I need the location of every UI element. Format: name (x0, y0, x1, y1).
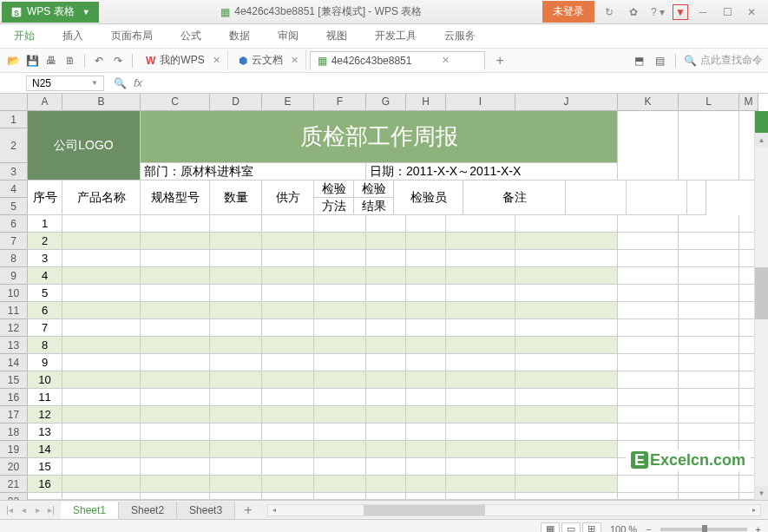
scroll-down-icon[interactable]: ▼ (755, 486, 768, 500)
cell[interactable] (210, 250, 262, 267)
cell[interactable]: 数量 (210, 181, 262, 215)
normal-view-icon[interactable]: ▦ (541, 522, 560, 533)
cell[interactable] (618, 319, 679, 337)
cell[interactable] (406, 406, 446, 424)
row-header[interactable]: 19 (0, 441, 28, 458)
cell[interactable] (62, 337, 141, 354)
cell[interactable]: 方法 (314, 198, 354, 215)
cell[interactable] (515, 493, 618, 500)
column-header[interactable]: E (262, 94, 314, 111)
cell[interactable]: 6 (28, 302, 62, 319)
column-header[interactable]: J (515, 94, 618, 111)
stack-icon[interactable]: ▤ (652, 53, 667, 69)
cell[interactable] (262, 319, 314, 337)
cell[interactable] (262, 285, 314, 302)
skin-icon[interactable]: ▼ (673, 4, 688, 20)
horizontal-scrollbar[interactable]: ◂ ▸ (267, 504, 761, 516)
cell[interactable] (515, 476, 618, 493)
row-header[interactable]: 11 (0, 302, 28, 319)
cell[interactable] (262, 424, 314, 441)
row-header[interactable]: 14 (0, 354, 28, 371)
cell[interactable] (62, 389, 141, 406)
cell[interactable] (210, 476, 262, 493)
cell[interactable] (141, 354, 210, 371)
cell[interactable] (366, 285, 406, 302)
column-header[interactable]: F (314, 94, 366, 111)
cell[interactable] (618, 285, 679, 302)
menu-view[interactable]: 视图 (321, 25, 352, 47)
row-header[interactable]: 4 (0, 181, 28, 198)
cell[interactable]: 3 (28, 250, 62, 267)
cell[interactable] (515, 233, 618, 250)
cell[interactable] (679, 215, 739, 233)
cell[interactable] (679, 233, 739, 250)
cell[interactable] (515, 285, 618, 302)
cell[interactable] (515, 302, 618, 319)
cell[interactable] (262, 493, 314, 500)
cell[interactable] (406, 389, 446, 406)
menu-formula[interactable]: 公式 (175, 25, 207, 47)
row-header[interactable]: 10 (0, 285, 28, 302)
cell[interactable]: 10 (28, 371, 62, 389)
cell[interactable] (366, 354, 406, 371)
zoom-thumb[interactable] (702, 525, 707, 533)
cell[interactable]: 2 (28, 233, 62, 250)
cell[interactable] (515, 319, 618, 337)
cell[interactable] (262, 441, 314, 458)
cell[interactable] (406, 354, 446, 371)
cell[interactable]: 16 (28, 476, 62, 493)
row-header[interactable]: 12 (0, 319, 28, 337)
cell[interactable] (62, 319, 141, 337)
cell[interactable] (141, 302, 210, 319)
cell[interactable] (446, 389, 515, 406)
cell[interactable] (618, 233, 679, 250)
column-header[interactable]: G (366, 94, 406, 111)
zoom-in-button[interactable]: + (756, 524, 761, 533)
cell[interactable] (406, 476, 446, 493)
menu-dev[interactable]: 开发工具 (370, 25, 422, 47)
cell[interactable] (262, 371, 314, 389)
cell[interactable] (210, 215, 262, 233)
cell[interactable] (141, 493, 210, 500)
cell[interactable] (618, 424, 679, 441)
cell[interactable] (366, 441, 406, 458)
row-header[interactable]: 9 (0, 267, 28, 285)
undo-icon[interactable]: ↶ (91, 53, 107, 69)
cell[interactable] (515, 354, 618, 371)
cell[interactable] (366, 233, 406, 250)
sync-icon[interactable]: ↻ (600, 3, 619, 22)
row-header[interactable]: 20 (0, 458, 28, 476)
cell[interactable] (679, 337, 739, 354)
cell[interactable] (627, 181, 687, 215)
cell[interactable] (366, 406, 406, 424)
cell[interactable] (210, 319, 262, 337)
app-badge[interactable]: S WPS 表格 ▼ (2, 2, 99, 23)
cell[interactable] (62, 302, 141, 319)
cell[interactable] (62, 285, 141, 302)
cell[interactable] (314, 424, 366, 441)
cell[interactable] (406, 493, 446, 500)
cell[interactable]: 质检部工作周报 (141, 111, 618, 163)
cell[interactable] (62, 215, 141, 233)
cell[interactable] (446, 215, 515, 233)
cell[interactable]: 7 (28, 319, 62, 337)
cell[interactable] (210, 406, 262, 424)
login-button[interactable]: 未登录 (542, 1, 594, 23)
formula-input[interactable] (146, 76, 768, 91)
cell[interactable]: 9 (28, 354, 62, 371)
cells-area[interactable]: 公司LOGO质检部工作周报部门：原材料进料室日期：2011-X-X～2011-X… (28, 111, 768, 500)
scroll-thumb[interactable] (364, 505, 485, 516)
cell[interactable] (62, 424, 141, 441)
cell[interactable] (366, 319, 406, 337)
cell[interactable] (446, 493, 515, 500)
cell[interactable] (515, 250, 618, 267)
cell[interactable] (141, 337, 210, 354)
cell[interactable] (406, 233, 446, 250)
zoom-slider[interactable] (660, 528, 747, 531)
cell[interactable] (366, 267, 406, 285)
cell[interactable] (262, 458, 314, 476)
cell[interactable]: 供方 (262, 181, 314, 215)
cell[interactable] (62, 371, 141, 389)
cell[interactable] (406, 458, 446, 476)
cell[interactable] (406, 424, 446, 441)
